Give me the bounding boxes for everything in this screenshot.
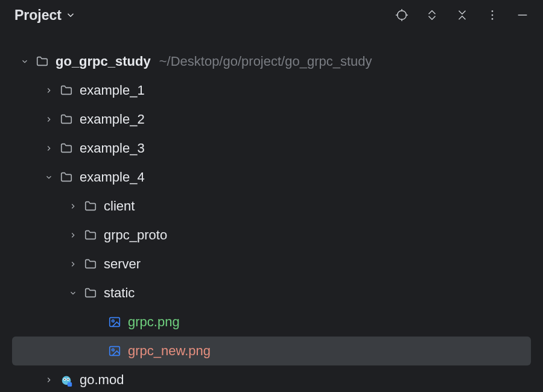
node-path: ~/Desktop/go/project/go_grpc_study — [159, 54, 372, 69]
folder-icon — [59, 83, 74, 98]
svg-point-7 — [492, 18, 494, 20]
project-view-selector[interactable]: Project — [14, 7, 76, 24]
tree-node-file[interactable]: go.mod — [0, 365, 543, 392]
node-label: grpc_new.png — [128, 343, 211, 359]
project-title: Project — [14, 7, 62, 24]
svg-point-10 — [112, 320, 114, 322]
tree-node-file[interactable]: grpc.png — [0, 308, 543, 337]
chevron-down-icon[interactable] — [42, 171, 56, 184]
collapse-all-icon[interactable] — [455, 8, 469, 22]
node-label: grpc.png — [128, 314, 180, 330]
chevron-right-icon[interactable] — [42, 373, 56, 387]
chevron-down-icon — [65, 10, 76, 21]
folder-icon — [59, 112, 74, 127]
chevron-right-icon[interactable] — [66, 258, 80, 271]
tree-node-root[interactable]: go_grpc_study ~/Desktop/go/project/go_gr… — [0, 47, 543, 76]
folder-icon — [59, 170, 74, 185]
go-gopher-icon — [59, 373, 74, 387]
tree-node-folder[interactable]: example_3 — [0, 134, 543, 163]
locate-icon[interactable] — [395, 8, 409, 22]
svg-point-5 — [492, 10, 494, 12]
more-options-icon[interactable] — [485, 8, 500, 22]
chevron-down-icon[interactable] — [18, 55, 31, 68]
tree-node-folder[interactable]: static — [0, 279, 543, 308]
node-label: server — [104, 256, 141, 272]
svg-rect-9 — [110, 318, 120, 327]
header-actions — [395, 8, 533, 22]
folder-icon — [83, 257, 98, 271]
node-label: go.mod — [80, 372, 124, 388]
svg-point-16 — [64, 379, 65, 380]
svg-point-0 — [398, 11, 407, 20]
svg-point-12 — [112, 349, 114, 351]
image-file-icon — [107, 315, 122, 329]
tree-node-folder[interactable]: example_4 — [0, 163, 543, 192]
svg-rect-11 — [110, 347, 120, 356]
minimize-icon[interactable] — [515, 8, 530, 22]
expand-all-icon[interactable] — [425, 8, 439, 22]
svg-point-6 — [492, 14, 494, 16]
tree-node-folder[interactable]: client — [0, 192, 543, 221]
caret-empty — [91, 344, 104, 358]
node-label: example_3 — [80, 141, 145, 156]
chevron-right-icon[interactable] — [42, 84, 56, 97]
node-label: static — [104, 285, 135, 301]
tree-node-file-selected[interactable]: grpc_new.png — [12, 337, 531, 365]
tree-node-folder[interactable]: grpc_proto — [0, 221, 543, 250]
node-label: example_1 — [80, 83, 145, 98]
tree-node-folder[interactable]: server — [0, 250, 543, 279]
node-label: go_grpc_study — [56, 54, 151, 69]
chevron-down-icon[interactable] — [66, 286, 80, 300]
chevron-right-icon[interactable] — [66, 200, 80, 213]
node-label: grpc_proto — [104, 227, 167, 243]
caret-empty — [91, 315, 104, 329]
folder-icon — [83, 286, 98, 300]
folder-icon — [59, 141, 74, 156]
chevron-right-icon[interactable] — [42, 113, 56, 126]
tree-node-folder[interactable]: example_2 — [0, 105, 543, 134]
svg-point-17 — [68, 379, 69, 380]
project-header: Project — [0, 0, 543, 33]
chevron-right-icon[interactable] — [66, 229, 80, 242]
image-file-icon — [107, 344, 122, 358]
node-label: example_2 — [80, 112, 145, 127]
folder-icon — [83, 228, 98, 242]
node-label: client — [104, 198, 135, 214]
folder-icon — [83, 199, 98, 213]
node-label: example_4 — [80, 169, 145, 185]
project-tool-window: Project go_grpc_st — [0, 0, 543, 392]
svg-rect-18 — [68, 382, 72, 387]
folder-icon — [35, 54, 49, 69]
chevron-right-icon[interactable] — [42, 142, 56, 155]
tree-node-folder[interactable]: example_1 — [0, 76, 543, 105]
project-tree[interactable]: go_grpc_study ~/Desktop/go/project/go_gr… — [0, 33, 543, 392]
